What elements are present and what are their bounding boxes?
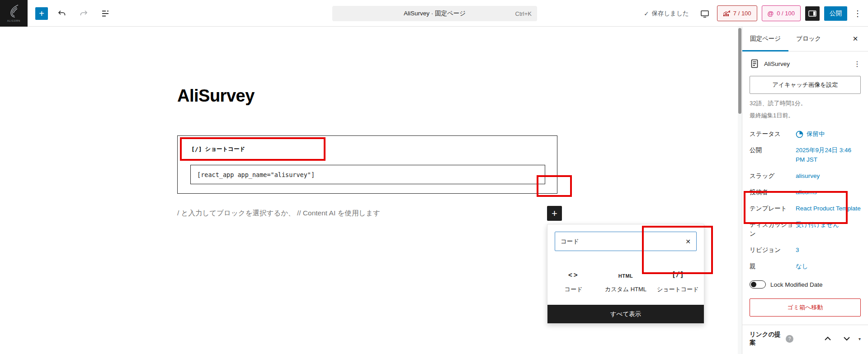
link-suggestions-controls	[823, 335, 851, 342]
row-parent: 親 なし	[750, 262, 861, 271]
slug-link[interactable]: alisurvey	[796, 172, 861, 181]
page-actions-menu-button[interactable]: ⋮	[854, 60, 861, 68]
desktop-preview-icon	[699, 8, 710, 19]
pending-status-icon	[796, 130, 803, 138]
options-menu-button[interactable]: ⋮	[852, 9, 863, 19]
link-suggestions-panel-header[interactable]: リンクの提案 ? ▾	[750, 325, 861, 351]
row-slug: スラッグ alisurvey	[750, 172, 861, 181]
quick-inserter-popup: コード ✕ <> コード HTML カスタム HTML [/] ショートコード …	[547, 224, 704, 324]
settings-sidebar-toggle-button[interactable]	[805, 6, 820, 21]
command-palette[interactable]: AliSurvey · 固定ページ Ctrl+K	[332, 6, 537, 21]
panel-move-up-button[interactable]	[823, 335, 832, 342]
seo-score-value: 7 / 100	[733, 10, 751, 17]
site-logo[interactable]: ALICORN	[0, 0, 28, 27]
sidebar-body: AliSurvey ⋮ アイキャッチ画像を設定 32語、読了時間1分。 最終編集…	[742, 51, 868, 352]
canvas-scrollbar-thumb[interactable]	[738, 28, 741, 114]
page-document-icon	[750, 59, 760, 69]
list-view-icon	[100, 9, 110, 19]
plus-icon: +	[552, 209, 557, 219]
seo-chart-icon	[723, 10, 730, 17]
document-title: AliSurvey · 固定ページ	[404, 9, 466, 18]
row-revisions: リビジョン 3	[750, 246, 861, 255]
block-search-input[interactable]: コード ✕	[555, 232, 697, 251]
more-vertical-icon: ⋮	[854, 9, 862, 18]
sidebar-tabs: 固定ページ ブロック ✕	[742, 27, 868, 51]
block-appender-button[interactable]: +	[547, 206, 562, 221]
sidebar-doc-title: AliSurvey	[764, 61, 790, 67]
command-palette-shortcut: Ctrl+K	[515, 10, 532, 17]
editor-top-bar: ALICORN +	[0, 0, 868, 27]
clear-search-button[interactable]: ✕	[685, 238, 691, 245]
close-icon: ✕	[685, 238, 691, 245]
row-author: 投稿者 alicorns	[750, 188, 861, 197]
chevron-up-icon	[824, 336, 831, 341]
document-overview-button[interactable]	[98, 6, 113, 21]
link-suggestions-title: リンクの提案	[750, 331, 785, 347]
tab-block[interactable]: ブロック	[788, 27, 829, 51]
page-title[interactable]: AliSurvey	[177, 86, 255, 106]
canvas-scrollbar[interactable]	[738, 27, 742, 354]
saved-status-label: 保存しました	[652, 9, 689, 18]
last-edited-text: 最終編集1日前。	[750, 112, 861, 120]
content-ai-score-value: 0 / 100	[777, 10, 795, 17]
content-ai-icon: @	[768, 10, 774, 17]
undo-button[interactable]	[54, 6, 70, 21]
row-discussion: ディスカッション 受け付けません	[750, 220, 861, 239]
logo-caption: ALICORN	[7, 19, 20, 22]
lock-modified-date-row: Lock Modified Date	[750, 280, 861, 289]
block-result-shortcode[interactable]: [/] ショートコード	[652, 257, 704, 306]
shortcode-block-header: [/] ショートコード	[191, 145, 245, 153]
unicorn-logo-icon	[7, 5, 21, 19]
discussion-link[interactable]: 受け付けません	[796, 220, 861, 239]
chevron-down-icon	[843, 336, 850, 341]
block-inserter-toggle-button[interactable]: +	[35, 7, 48, 20]
empty-paragraph-placeholder[interactable]: / と入力してブロックを選択するか、 // Content AI を使用します	[177, 209, 380, 218]
shortcode-block[interactable]: [/] ショートコード [react_app app_name="alisurv…	[177, 135, 557, 194]
shortcode-block-icon: [/]	[672, 270, 684, 279]
lock-modified-date-toggle[interactable]	[750, 280, 766, 289]
status-value[interactable]: 保留中	[796, 130, 861, 139]
saved-status: ✓ 保存しました	[644, 9, 689, 18]
document-summary-row: AliSurvey ⋮	[750, 59, 861, 69]
revisions-link[interactable]: 3	[796, 246, 861, 255]
block-result-custom-html[interactable]: HTML カスタム HTML	[599, 257, 651, 306]
tab-page[interactable]: 固定ページ	[742, 27, 788, 51]
close-icon: ✕	[853, 35, 859, 42]
author-link[interactable]: alicorns	[796, 188, 861, 197]
more-vertical-icon: ⋮	[854, 60, 861, 68]
undo-icon	[57, 9, 67, 19]
settings-sidebar: 固定ページ ブロック ✕ AliSurvey ⋮ アイキャッチ画像を設定 32語…	[742, 27, 868, 354]
check-icon: ✓	[644, 10, 649, 17]
rank-math-seo-score-badge[interactable]: 7 / 100	[717, 5, 757, 21]
plus-icon: +	[39, 9, 44, 18]
publish-button[interactable]: 公開	[824, 6, 847, 21]
lock-modified-date-label: Lock Modified Date	[770, 281, 823, 288]
content-ai-score-badge[interactable]: @ 0 / 100	[762, 5, 801, 21]
block-result-code[interactable]: <> コード	[547, 257, 599, 306]
publish-date-link[interactable]: 2025年9月24日 3:46 PM JST	[796, 146, 861, 165]
sidebar-panel-icon	[808, 9, 817, 18]
move-to-trash-button[interactable]: ゴミ箱へ移動	[750, 298, 861, 317]
code-block-icon: <>	[568, 270, 579, 279]
panel-move-down-button[interactable]	[842, 335, 851, 342]
help-icon: ?	[786, 335, 793, 343]
preview-button[interactable]	[697, 6, 712, 21]
row-status: ステータス 保留中	[750, 130, 861, 139]
toolbar-right-group: ✓ 保存しました 7 / 100 @ 0 / 100	[644, 0, 863, 27]
close-sidebar-button[interactable]: ✕	[846, 27, 864, 51]
browse-all-blocks-button[interactable]: すべて表示	[547, 305, 704, 323]
block-results-list: <> コード HTML カスタム HTML [/] ショートコード	[547, 257, 704, 306]
row-template: テンプレート React Product Template	[750, 204, 861, 214]
caret-down-icon: ▾	[859, 336, 861, 341]
editor-canvas: AliSurvey [/] ショートコード [react_app app_nam…	[0, 27, 738, 354]
template-link[interactable]: React Product Template	[796, 204, 861, 214]
shortcode-block-label: ショートコード	[205, 145, 245, 153]
set-featured-image-button[interactable]: アイキャッチ画像を設定	[750, 76, 861, 94]
word-count-text: 32語、読了時間1分。	[750, 99, 861, 107]
parent-link[interactable]: なし	[796, 262, 861, 271]
shortcode-text-input[interactable]: [react_app app_name="alisurvey"]	[190, 165, 545, 184]
redo-button[interactable]	[76, 6, 91, 21]
toolbar-left-group: +	[35, 0, 113, 27]
row-publish-date: 公開 2025年9月24日 3:46 PM JST	[750, 146, 861, 165]
html-block-icon: HTML	[618, 270, 633, 279]
